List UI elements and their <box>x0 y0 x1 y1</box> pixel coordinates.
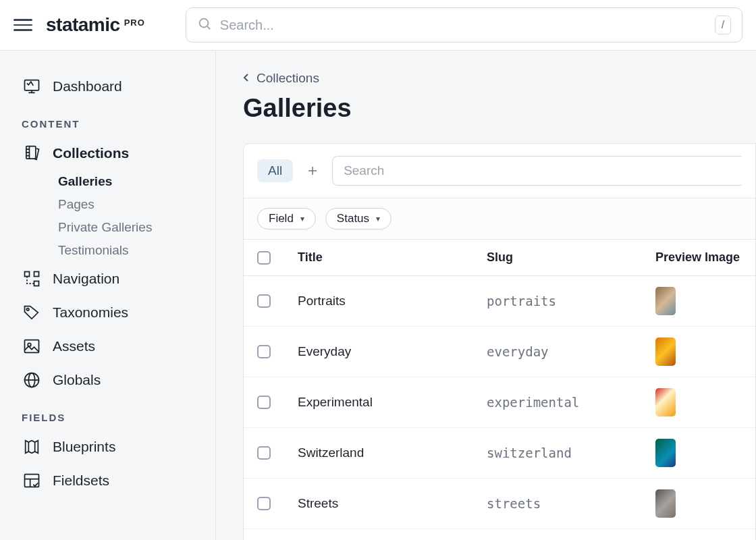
svg-rect-8 <box>34 281 39 286</box>
sidebar-item-label: Navigation <box>53 271 119 287</box>
table-row: Top-Down top-down <box>244 529 755 541</box>
collections-icon <box>22 143 42 163</box>
sidebar-item-taxonomies[interactable]: Taxonomies <box>0 296 215 329</box>
preview-thumbnail[interactable] <box>655 388 676 416</box>
navigation-icon <box>22 269 42 289</box>
sidebar-section-content: CONTENT <box>0 103 215 136</box>
row-checkbox[interactable] <box>257 345 271 358</box>
select-all-checkbox[interactable] <box>257 251 271 265</box>
entry-title-link[interactable]: Streets <box>284 479 473 529</box>
global-search-input[interactable] <box>220 18 707 33</box>
sidebar-section-fields: FIELDS <box>0 397 215 430</box>
row-checkbox[interactable] <box>257 446 271 460</box>
preview-thumbnail[interactable] <box>655 489 676 518</box>
preview-thumbnail[interactable] <box>655 338 676 366</box>
edition-badge: PRO <box>124 18 145 28</box>
svg-rect-6 <box>25 272 30 277</box>
entries-card: All Field ▾ Status ▾ <box>243 143 756 540</box>
row-checkbox[interactable] <box>257 396 271 409</box>
sidebar-subitem-pages[interactable]: Pages <box>0 193 215 216</box>
app-name: statamic <box>46 14 120 36</box>
preview-thumbnail[interactable] <box>655 439 676 467</box>
card-toolbar: All <box>244 144 755 198</box>
sidebar-item-label: Globals <box>53 372 101 388</box>
sidebar-subitem-galleries[interactable]: Galleries <box>0 170 215 193</box>
svg-rect-2 <box>25 80 39 90</box>
sidebar-item-navigation[interactable]: Navigation <box>0 262 215 296</box>
svg-rect-7 <box>34 272 39 277</box>
page-title: Galleries <box>243 94 756 123</box>
sidebar-item-globals[interactable]: Globals <box>0 363 215 397</box>
chevron-left-icon <box>243 71 250 86</box>
filter-row: Field ▾ Status ▾ <box>244 198 755 240</box>
svg-rect-10 <box>25 340 39 353</box>
column-header-slug[interactable]: Slug <box>473 240 642 276</box>
entries-table: Title Slug Preview Image Portraits portr… <box>244 240 755 540</box>
status-filter-dropdown[interactable]: Status ▾ <box>325 208 392 230</box>
svg-point-0 <box>199 19 208 28</box>
chevron-down-icon: ▾ <box>300 214 304 223</box>
svg-point-9 <box>26 308 29 311</box>
add-filter-button[interactable] <box>302 161 323 181</box>
entry-title-link[interactable]: Experimental <box>284 377 473 428</box>
entry-title-link[interactable]: Switzerland <box>284 428 473 479</box>
entry-title-link[interactable]: Top-Down <box>284 529 473 541</box>
entry-title-link[interactable]: Everyday <box>284 327 473 377</box>
sidebar-item-fieldsets[interactable]: Fieldsets <box>0 464 215 497</box>
sidebar-item-collections[interactable]: Collections <box>0 136 215 170</box>
assets-icon <box>22 336 42 356</box>
row-checkbox[interactable] <box>257 294 271 308</box>
sidebar-item-assets[interactable]: Assets <box>0 329 215 363</box>
sidebar-item-label: Taxonomies <box>53 304 128 321</box>
entry-slug: experimental <box>473 377 642 428</box>
search-icon <box>197 16 212 34</box>
sidebar-subitem-testimonials[interactable]: Testimonials <box>0 239 215 262</box>
entry-slug: switzerland <box>473 428 642 479</box>
menu-toggle-button[interactable] <box>14 16 32 34</box>
breadcrumb-parent: Collections <box>256 71 319 86</box>
table-row: Experimental experimental <box>244 377 755 428</box>
svg-line-1 <box>207 26 210 29</box>
sidebar-item-label: Collections <box>53 145 129 161</box>
filter-all-chip[interactable]: All <box>257 159 293 182</box>
entry-slug: portraits <box>473 276 642 327</box>
sidebar-item-label: Assets <box>53 338 95 354</box>
column-header-title[interactable]: Title <box>284 240 473 276</box>
row-checkbox[interactable] <box>257 497 271 510</box>
table-search-input[interactable] <box>344 157 731 185</box>
sidebar-item-label: Blueprints <box>53 439 115 455</box>
sidebar-item-label: Fieldsets <box>53 473 109 489</box>
sidebar-subitem-private-galleries[interactable]: Private Galleries <box>0 216 215 239</box>
app-logo[interactable]: statamic PRO <box>46 14 145 36</box>
field-filter-dropdown[interactable]: Field ▾ <box>257 208 316 230</box>
table-row: Streets streets <box>244 479 755 529</box>
preview-thumbnail[interactable] <box>655 287 676 315</box>
sidebar-item-dashboard[interactable]: Dashboard <box>0 70 215 103</box>
globals-icon <box>22 370 42 390</box>
table-search[interactable] <box>332 156 742 186</box>
column-header-preview[interactable]: Preview Image <box>642 240 755 276</box>
table-row: Portraits portraits <box>244 276 755 327</box>
entry-slug: top-down <box>473 529 642 541</box>
entry-slug: everyday <box>473 327 642 377</box>
global-search[interactable]: / <box>186 7 742 43</box>
main-content: Collections Galleries All Field ▾ Status <box>216 51 756 540</box>
entry-slug: streets <box>473 479 642 529</box>
top-bar: statamic PRO / <box>0 0 756 51</box>
breadcrumb[interactable]: Collections <box>243 71 756 86</box>
dashboard-icon <box>22 76 42 97</box>
sidebar: Dashboard CONTENT Collections Galleries … <box>0 51 216 540</box>
search-shortcut-hint: / <box>715 16 731 34</box>
fieldsets-icon <box>22 470 42 491</box>
table-row: Everyday everyday <box>244 327 755 377</box>
taxonomies-icon <box>22 302 42 323</box>
sidebar-item-label: Dashboard <box>53 78 122 94</box>
sidebar-item-blueprints[interactable]: Blueprints <box>0 430 215 464</box>
chevron-down-icon: ▾ <box>376 214 380 223</box>
blueprints-icon <box>22 437 42 457</box>
entry-title-link[interactable]: Portraits <box>284 276 473 327</box>
table-row: Switzerland switzerland <box>244 428 755 479</box>
